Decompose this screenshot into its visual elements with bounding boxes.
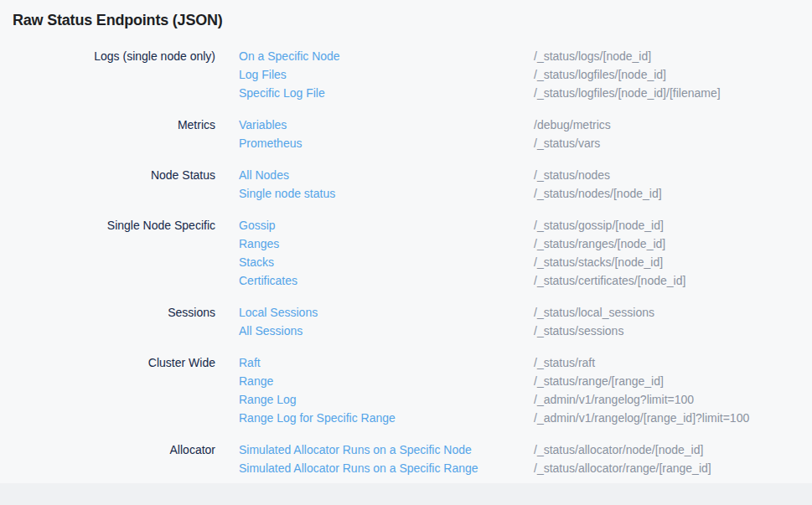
endpoint-link[interactable]: Variables xyxy=(239,116,534,134)
endpoint-path: /_admin/v1/rangelog?limit=100 xyxy=(534,390,694,409)
endpoint-category-label: Sessions xyxy=(0,303,215,322)
endpoint-link[interactable]: Ranges xyxy=(239,234,534,253)
endpoint-row: Prometheus/_status/vars xyxy=(239,134,611,152)
endpoint-category-label: Node Status xyxy=(0,166,215,184)
endpoint-category-label: Metrics xyxy=(0,116,215,134)
endpoint-path: /_status/raft xyxy=(534,353,595,372)
endpoint-row: All Sessions/_status/sessions xyxy=(239,322,654,340)
endpoint-category-label: Logs (single node only) xyxy=(0,47,215,65)
endpoint-row: Certificates/_status/certificates/[node_… xyxy=(239,271,685,290)
endpoint-row: Local Sessions/_status/local_sessions xyxy=(239,303,654,322)
endpoint-link[interactable]: All Nodes xyxy=(239,166,534,184)
endpoint-row: All Nodes/_status/nodes xyxy=(239,166,662,184)
endpoint-row: Raft/_status/raft xyxy=(239,353,749,372)
endpoint-row: Variables/debug/metrics xyxy=(239,116,611,134)
endpoint-group-rows: Raft/_status/raftRange/_status/range/[ra… xyxy=(239,353,749,427)
endpoint-group: Logs (single node only)On a Specific Nod… xyxy=(0,47,812,102)
page-title: Raw Status Endpoints (JSON) xyxy=(0,0,812,29)
endpoint-path: /_status/gossip/[node_id] xyxy=(534,216,664,234)
footer-band xyxy=(0,483,812,505)
endpoint-link[interactable]: Log Files xyxy=(239,65,534,84)
endpoint-path: /_admin/v1/rangelog/[range_id]?limit=100 xyxy=(534,409,749,427)
endpoint-link[interactable]: Simulated Allocator Runs on a Specific R… xyxy=(239,459,534,477)
endpoint-link[interactable]: Range Log for Specific Range xyxy=(239,409,534,427)
endpoint-group: AllocatorSimulated Allocator Runs on a S… xyxy=(0,441,812,477)
endpoint-path: /_status/logfiles/[node_id]/[filename] xyxy=(534,84,721,102)
endpoint-path: /_status/logs/[node_id] xyxy=(534,47,651,65)
endpoint-link[interactable]: Stacks xyxy=(239,253,534,271)
endpoint-path: /_status/local_sessions xyxy=(534,303,654,322)
endpoint-link[interactable]: Raft xyxy=(239,353,534,372)
endpoint-row: Single node status/_status/nodes/[node_i… xyxy=(239,184,662,203)
endpoint-group-rows: Gossip/_status/gossip/[node_id]Ranges/_s… xyxy=(239,216,685,290)
endpoint-link[interactable]: Range Log xyxy=(239,390,534,409)
endpoint-row: Simulated Allocator Runs on a Specific R… xyxy=(239,459,711,477)
endpoint-path: /debug/metrics xyxy=(534,116,611,134)
endpoint-category-label: Single Node Specific xyxy=(0,216,215,234)
endpoint-row: Specific Log File/_status/logfiles/[node… xyxy=(239,84,721,102)
endpoint-path: /_status/range/[range_id] xyxy=(534,372,664,390)
endpoint-groups: Logs (single node only)On a Specific Nod… xyxy=(0,47,812,477)
endpoint-row: Range Log for Specific Range/_admin/v1/r… xyxy=(239,409,749,427)
endpoint-group-rows: Variables/debug/metricsPrometheus/_statu… xyxy=(239,116,611,152)
endpoint-group: Cluster WideRaft/_status/raftRange/_stat… xyxy=(0,353,812,427)
endpoint-link[interactable]: Simulated Allocator Runs on a Specific N… xyxy=(239,441,534,459)
endpoint-link[interactable]: Range xyxy=(239,372,534,390)
endpoint-row: Stacks/_status/stacks/[node_id] xyxy=(239,253,685,271)
endpoint-link[interactable]: Prometheus xyxy=(239,134,534,152)
endpoint-group: SessionsLocal Sessions/_status/local_ses… xyxy=(0,303,812,340)
endpoint-link[interactable]: Certificates xyxy=(239,271,534,290)
endpoint-path: /_status/vars xyxy=(534,134,600,152)
endpoint-link[interactable]: Single node status xyxy=(239,184,534,203)
endpoint-group: Single Node SpecificGossip/_status/gossi… xyxy=(0,216,812,290)
endpoint-link[interactable]: Local Sessions xyxy=(239,303,534,322)
endpoint-path: /_status/ranges/[node_id] xyxy=(534,234,665,253)
endpoint-row: Range Log/_admin/v1/rangelog?limit=100 xyxy=(239,390,749,409)
endpoint-path: /_status/logfiles/[node_id] xyxy=(534,65,666,84)
endpoint-category-label: Cluster Wide xyxy=(0,353,215,372)
endpoint-path: /_status/sessions xyxy=(534,322,623,340)
endpoint-row: Log Files/_status/logfiles/[node_id] xyxy=(239,65,721,84)
endpoint-link[interactable]: All Sessions xyxy=(239,322,534,340)
endpoint-link[interactable]: Specific Log File xyxy=(239,84,534,102)
endpoint-path: /_status/allocator/node/[node_id] xyxy=(534,441,703,459)
endpoint-group: MetricsVariables/debug/metricsPrometheus… xyxy=(0,116,812,152)
endpoint-link[interactable]: Gossip xyxy=(239,216,534,234)
endpoint-link[interactable]: On a Specific Node xyxy=(239,47,534,65)
endpoint-row: Range/_status/range/[range_id] xyxy=(239,372,749,390)
endpoint-group-rows: Simulated Allocator Runs on a Specific N… xyxy=(239,441,711,477)
endpoint-group-rows: On a Specific Node/_status/logs/[node_id… xyxy=(239,47,721,102)
endpoint-group-rows: Local Sessions/_status/local_sessionsAll… xyxy=(239,303,654,340)
endpoint-category-label: Allocator xyxy=(0,441,215,459)
endpoint-row: Ranges/_status/ranges/[node_id] xyxy=(239,234,685,253)
endpoint-group: Node StatusAll Nodes/_status/nodesSingle… xyxy=(0,166,812,203)
endpoint-row: Gossip/_status/gossip/[node_id] xyxy=(239,216,685,234)
endpoint-path: /_status/nodes/[node_id] xyxy=(534,184,662,203)
endpoint-path: /_status/allocator/range/[range_id] xyxy=(534,459,711,477)
endpoint-row: Simulated Allocator Runs on a Specific N… xyxy=(239,441,711,459)
debug-status-endpoints-page: Raw Status Endpoints (JSON) Logs (single… xyxy=(0,0,812,505)
endpoint-path: /_status/nodes xyxy=(534,166,610,184)
endpoint-group-rows: All Nodes/_status/nodesSingle node statu… xyxy=(239,166,662,203)
endpoint-row: On a Specific Node/_status/logs/[node_id… xyxy=(239,47,721,65)
endpoint-path: /_status/certificates/[node_id] xyxy=(534,271,685,290)
endpoint-path: /_status/stacks/[node_id] xyxy=(534,253,663,271)
